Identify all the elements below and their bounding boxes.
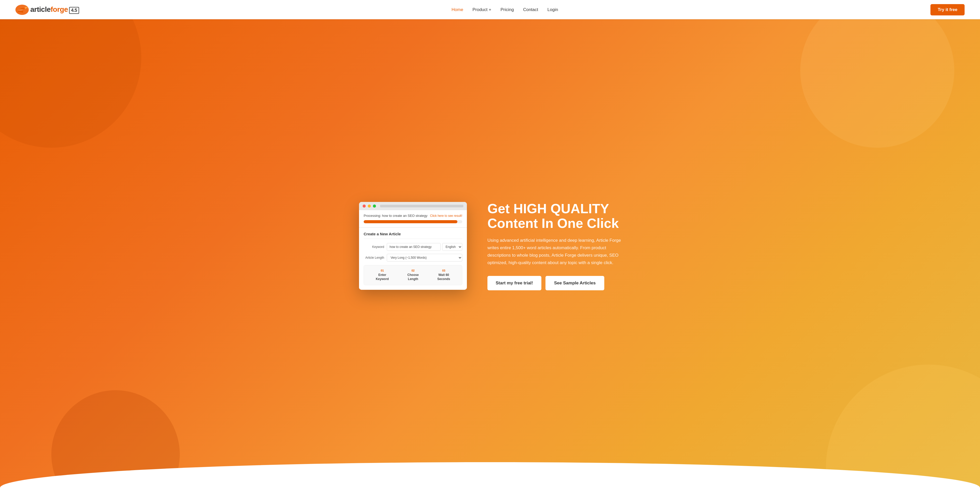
article-form: Create a New Article Keyword English Art… — [359, 228, 467, 290]
nav-link-home[interactable]: Home — [452, 7, 463, 12]
processing-label: Processing: how to create an SEO strateg… — [364, 214, 428, 218]
decorative-blob-1 — [0, 19, 141, 148]
nav-login-label: Login — [547, 7, 558, 12]
hero-inner: Processing: how to create an SEO strateg… — [310, 186, 670, 326]
step-2: 02 ChooseLength — [407, 269, 418, 281]
form-title: Create a New Article — [364, 232, 462, 239]
step-1-label: EnterKeyword — [376, 273, 389, 281]
nav-link-pricing[interactable]: Pricing — [501, 7, 514, 12]
nav-pricing-label: Pricing — [501, 7, 514, 12]
article-length-input-group: Very Long (~1,500 Words) — [387, 254, 462, 262]
article-length-select[interactable]: Very Long (~1,500 Words) — [387, 254, 462, 262]
window-minimize-dot — [368, 204, 371, 207]
article-length-label: Article Length — [364, 256, 384, 260]
hero-title: Get HIGH QUALITY Content In One Click — [487, 201, 621, 231]
navbar: articleforge4.5 Home Product + Pricing C… — [0, 0, 980, 19]
hero-description: Using advanced artificial intelligence a… — [487, 237, 621, 266]
processing-header: Processing: how to create an SEO strateg… — [364, 214, 462, 218]
nav-link-login[interactable]: Login — [547, 7, 558, 12]
step-3-number: 03 — [442, 269, 445, 272]
step-2-label: ChooseLength — [407, 273, 418, 281]
hero-title-line1: Get HIGH QUALITY — [487, 201, 609, 216]
hero-title-line2: Content In One Click — [487, 216, 619, 231]
keyword-input[interactable] — [387, 243, 441, 251]
step-3: 03 Wait 60Seconds — [438, 269, 450, 281]
language-select[interactable]: English — [442, 243, 462, 251]
logo-article: article — [30, 5, 51, 13]
steps-row: 01 EnterKeyword 02 ChooseLength 03 Wait … — [364, 265, 462, 285]
step-2-number: 02 — [411, 269, 415, 272]
nav-product-label: Product + — [473, 7, 491, 12]
nav-item-login[interactable]: Login — [547, 7, 558, 12]
logo-wordmark: articleforge4.5 — [30, 5, 79, 13]
keyword-row: Keyword English — [364, 243, 462, 251]
progress-bar-fill — [364, 220, 457, 223]
try-it-free-button[interactable]: Try it free — [931, 4, 964, 15]
start-free-trial-button[interactable]: Start my free trial! — [487, 276, 541, 290]
nav-contact-label: Contact — [523, 7, 538, 12]
hero-section: Processing: how to create an SEO strateg… — [0, 19, 980, 493]
nav-item-home[interactable]: Home — [452, 7, 463, 12]
progress-bar-track — [364, 220, 462, 223]
hero-buttons: Start my free trial! See Sample Articles — [487, 276, 621, 290]
click-here-link[interactable]: Click here to see result! — [430, 214, 462, 218]
keyword-label: Keyword — [364, 245, 384, 249]
window-titlebar — [359, 202, 467, 210]
logo-version-badge: 4.5 — [69, 7, 80, 14]
step-1: 01 EnterKeyword — [376, 269, 389, 281]
logo-text-container: articleforge4.5 — [30, 5, 79, 14]
see-sample-articles-button[interactable]: See Sample Articles — [546, 276, 605, 290]
logo[interactable]: articleforge4.5 — [16, 5, 79, 15]
step-1-number: 01 — [380, 269, 384, 272]
window-close-dot — [363, 204, 366, 207]
nav-item-product[interactable]: Product + — [473, 7, 491, 12]
decorative-blob-3 — [800, 19, 954, 148]
nav-item-contact[interactable]: Contact — [523, 7, 538, 12]
keyword-input-group: English — [387, 243, 462, 251]
step-3-label: Wait 60Seconds — [438, 273, 450, 281]
article-length-row: Article Length Very Long (~1,500 Words) — [364, 254, 462, 262]
titlebar-url-bar — [380, 205, 463, 207]
processing-area: Processing: how to create an SEO strateg… — [359, 210, 467, 228]
app-window-mockup: Processing: how to create an SEO strateg… — [359, 202, 467, 290]
nav-link-product[interactable]: Product + — [473, 7, 491, 12]
logo-forge: forge — [51, 5, 68, 13]
nav-item-pricing[interactable]: Pricing — [501, 7, 514, 12]
hero-content: Get HIGH QUALITY Content In One Click Us… — [487, 201, 621, 290]
nav-menu: Home Product + Pricing Contact Login — [452, 7, 558, 12]
nav-link-contact[interactable]: Contact — [523, 7, 538, 12]
logo-bird-icon — [16, 5, 29, 15]
window-expand-dot — [373, 204, 376, 207]
